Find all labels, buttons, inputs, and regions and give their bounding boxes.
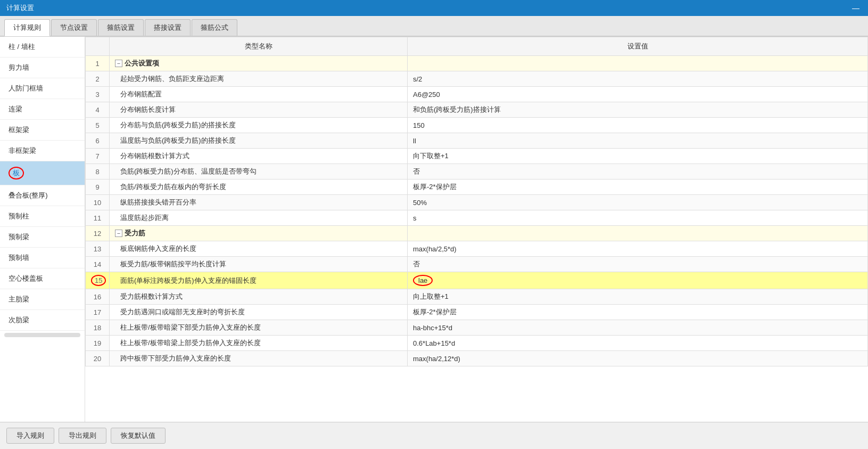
table-row: 18柱上板带/板带暗梁下部受力筋伸入支座的长度ha-bhc+15*d — [86, 320, 868, 336]
reset-defaults-button[interactable]: 恢复默认值 — [111, 428, 166, 444]
row-number: 5 — [86, 118, 110, 133]
section-toggle[interactable]: － — [115, 230, 122, 237]
tab-node-settings[interactable]: 节点设置 — [51, 19, 97, 36]
sidebar-item-secondary-rib[interactable]: 次肋梁 — [0, 310, 85, 331]
tab-calc-rules[interactable]: 计算规则 — [4, 19, 50, 36]
table-row: 2起始受力钢筋、负筋距支座边距离s/2 — [86, 71, 868, 87]
row-type-name: 柱上板带/板带暗梁下部受力筋伸入支座的长度 — [110, 320, 408, 336]
row-type-name: 分布钢筋根数计算方式 — [110, 149, 408, 164]
row-type-name: 负筋/跨板受力筋在板内的弯折长度 — [110, 179, 408, 195]
tab-rebar-settings[interactable]: 箍筋设置 — [98, 19, 144, 36]
row-setting-value[interactable]: 板厚-2*保护层 — [408, 305, 868, 320]
sidebar-item-non-frame-beam[interactable]: 非框架梁 — [0, 141, 85, 161]
row-type-name: －受力筋 — [110, 226, 408, 241]
row-type-name: 纵筋搭接接头错开百分率 — [110, 195, 408, 210]
row-setting-value[interactable]: s/2 — [408, 71, 868, 87]
settings-table: 类型名称 设置值 1－公共设置项2起始受力钢筋、负筋距支座边距离s/23分布钢筋… — [85, 37, 868, 366]
table-row: 14板受力筋/板带钢筋按平均长度计算否 — [86, 257, 868, 272]
table-row: 3分布钢筋配置A6@250 — [86, 87, 868, 102]
sidebar-item-precast-column[interactable]: 预制柱 — [0, 206, 85, 227]
row-setting-value[interactable]: 150 — [408, 118, 868, 133]
title-bar: 计算设置 — — [0, 0, 868, 16]
table-row: 17受力筋遇洞口或端部无支座时的弯折长度板厚-2*保护层 — [86, 305, 868, 320]
row-type-name: 板受力筋/板带钢筋按平均长度计算 — [110, 257, 408, 272]
row-type-name: 受力筋根数计算方式 — [110, 289, 408, 305]
row-setting-value[interactable]: ll — [408, 133, 868, 149]
row-number: 16 — [86, 289, 110, 305]
row-number: 13 — [86, 241, 110, 257]
row-setting-value[interactable] — [408, 56, 868, 71]
sidebar-item-coupling-beam[interactable]: 连梁 — [0, 99, 85, 120]
row-type-name: 温度筋与负筋(跨板受力筋)的搭接长度 — [110, 133, 408, 149]
table-row: 15面筋(单标注跨板受力筋)伸入支座的锚固长度lae — [86, 272, 868, 289]
table-row: 7分布钢筋根数计算方式向下取整+1 — [86, 149, 868, 164]
table-row: 1－公共设置项 — [86, 56, 868, 71]
title-bar-controls: — — [850, 4, 862, 12]
import-rules-button[interactable]: 导入规则 — [6, 428, 54, 444]
row-setting-value[interactable]: A6@250 — [408, 87, 868, 102]
row-number: 14 — [86, 257, 110, 272]
row-setting-value[interactable]: 向下取整+1 — [408, 149, 868, 164]
table-row: 8负筋(跨板受力筋)分布筋、温度筋是否带弯勾否 — [86, 164, 868, 179]
main-window: 计算设置 — 计算规则节点设置箍筋设置搭接设置箍筋公式 柱 / 墙柱剪力墙人防门… — [0, 0, 868, 449]
sidebar-item-main-rib[interactable]: 主肋梁 — [0, 289, 85, 310]
row-number: 18 — [86, 320, 110, 336]
row-setting-value[interactable]: lae — [408, 272, 868, 289]
tab-splice-settings[interactable]: 搭接设置 — [145, 19, 191, 36]
row-type-name: 分布钢筋配置 — [110, 87, 408, 102]
row-number: 2 — [86, 71, 110, 87]
row-setting-value[interactable]: 和负筋(跨板受力筋)搭接计算 — [408, 102, 868, 118]
sidebar-item-precast-wall[interactable]: 预制墙 — [0, 248, 85, 268]
row-number: 19 — [86, 336, 110, 351]
row-setting-value[interactable]: ha-bhc+15*d — [408, 320, 868, 336]
row-setting-value[interactable] — [408, 226, 868, 241]
col-header-value: 设置值 — [408, 37, 868, 56]
row-type-name: 跨中板带下部受力筋伸入支座的长度 — [110, 351, 408, 366]
row-setting-value[interactable]: max(ha/2,5*d) — [408, 241, 868, 257]
section-toggle[interactable]: － — [115, 60, 122, 67]
row-number: 8 — [86, 164, 110, 179]
table-row: 9负筋/跨板受力筋在板内的弯折长度板厚-2*保护层 — [86, 179, 868, 195]
row-type-name: －公共设置项 — [110, 56, 408, 71]
row-setting-value[interactable]: 向上取整+1 — [408, 289, 868, 305]
table-row: 12－受力筋 — [86, 226, 868, 241]
row-setting-value[interactable]: 否 — [408, 164, 868, 179]
sidebar-item-composite-slab[interactable]: 叠合板(整厚) — [0, 185, 85, 206]
table-row: 5分布筋与负筋(跨板受力筋)的搭接长度150 — [86, 118, 868, 133]
row-type-name: 起始受力钢筋、负筋距支座边距离 — [110, 71, 408, 87]
window-title: 计算设置 — [6, 3, 34, 13]
sidebar-item-frame-beam[interactable]: 框架梁 — [0, 120, 85, 141]
export-rules-button[interactable]: 导出规则 — [59, 428, 106, 444]
table-row: 6温度筋与负筋(跨板受力筋)的搭接长度ll — [86, 133, 868, 149]
footer: 导入规则 导出规则 恢复默认值 — [0, 422, 868, 449]
sidebar-item-afd-frame-wall[interactable]: 人防门框墙 — [0, 78, 85, 99]
row-number: 7 — [86, 149, 110, 164]
row-number: 20 — [86, 351, 110, 366]
row-setting-value[interactable]: s — [408, 210, 868, 226]
tab-rebar-formula[interactable]: 箍筋公式 — [192, 19, 237, 36]
row-number: 3 — [86, 87, 110, 102]
sidebar-scrollbar[interactable] — [4, 333, 80, 337]
row-setting-value[interactable]: 50% — [408, 195, 868, 210]
row-number: 6 — [86, 133, 110, 149]
row-setting-value[interactable]: max(ha/2,12*d) — [408, 351, 868, 366]
sidebar: 柱 / 墙柱剪力墙人防门框墙连梁框架梁非框架梁板叠合板(整厚)预制柱预制梁预制墙… — [0, 37, 85, 422]
content-area: 柱 / 墙柱剪力墙人防门框墙连梁框架梁非框架梁板叠合板(整厚)预制柱预制梁预制墙… — [0, 36, 868, 422]
row-type-name: 分布钢筋长度计算 — [110, 102, 408, 118]
row-number: 11 — [86, 210, 110, 226]
table-row: 19柱上板带/板带暗梁上部受力筋伸入支座的长度0.6*Lab+15*d — [86, 336, 868, 351]
sidebar-item-column-wall[interactable]: 柱 / 墙柱 — [0, 37, 85, 58]
row-number: 9 — [86, 179, 110, 195]
row-setting-value[interactable]: 否 — [408, 257, 868, 272]
row-setting-value[interactable]: 0.6*Lab+15*d — [408, 336, 868, 351]
table-row: 11温度筋起步距离s — [86, 210, 868, 226]
sidebar-item-shear-wall[interactable]: 剪力墙 — [0, 58, 85, 78]
row-setting-value[interactable]: 板厚-2*保护层 — [408, 179, 868, 195]
sidebar-item-slab[interactable]: 板 — [0, 161, 85, 185]
row-number: 10 — [86, 195, 110, 210]
sidebar-item-precast-beam[interactable]: 预制梁 — [0, 227, 85, 248]
table-row: 10纵筋搭接接头错开百分率50% — [86, 195, 868, 210]
minimize-button[interactable]: — — [850, 4, 862, 12]
table-row: 16受力筋根数计算方式向上取整+1 — [86, 289, 868, 305]
sidebar-item-hollow-slab[interactable]: 空心楼盖板 — [0, 268, 85, 289]
